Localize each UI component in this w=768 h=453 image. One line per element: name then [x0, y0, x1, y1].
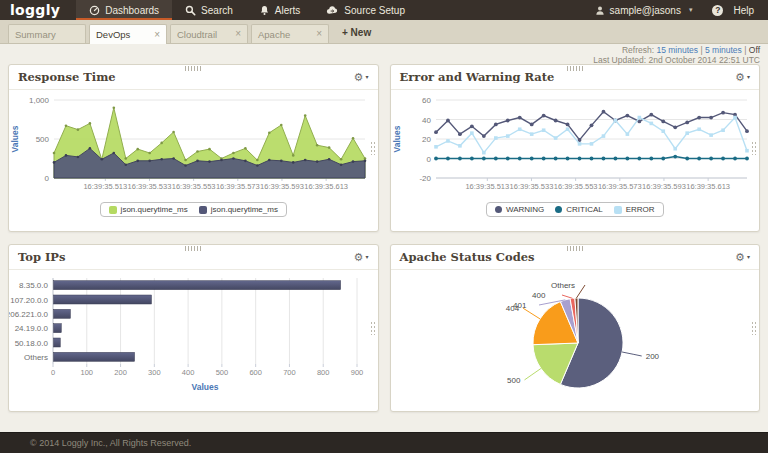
svg-text:-20: -20	[419, 174, 431, 183]
tab-summary[interactable]: Summary	[8, 24, 86, 43]
legend-item[interactable]: json.querytime_ms	[109, 205, 188, 214]
panel-title: Error and Warning Rate	[400, 70, 555, 84]
svg-text:500: 500	[36, 135, 50, 144]
svg-text:0: 0	[426, 155, 431, 164]
response-time-chart[interactable]: 05001,00016:39:35.51316:39:35.53316:39:3…	[9, 92, 378, 217]
svg-text:206.221.0.0: 206.221.0.0	[9, 310, 49, 319]
svg-text:900: 900	[351, 368, 364, 377]
refresh-5-link[interactable]: 5 minutes	[705, 45, 742, 55]
tab-cloudtrail[interactable]: Cloudtrail ×	[170, 24, 248, 43]
svg-text:600: 600	[249, 368, 262, 377]
svg-text:0: 0	[45, 174, 50, 183]
legend-swatch	[109, 206, 117, 214]
drag-handle-icon[interactable]	[185, 246, 201, 251]
bell-icon	[259, 5, 270, 16]
svg-text:16:39:35.533: 16:39:35.533	[128, 182, 172, 191]
svg-text:700: 700	[283, 368, 296, 377]
svg-text:401: 401	[513, 301, 527, 310]
legend-item[interactable]: CRITICAL	[555, 205, 602, 214]
chart-legend[interactable]: json.querytime_msjson.querytime_ms	[100, 202, 287, 217]
loggly-logo[interactable]: loggly	[0, 0, 76, 20]
tab-new-dashboard[interactable]: + New	[332, 24, 381, 43]
svg-text:16:39:35.573: 16:39:35.573	[597, 182, 641, 191]
svg-text:800: 800	[317, 368, 330, 377]
chevron-down-icon: ▾	[747, 74, 750, 80]
svg-text:50.18.0.0: 50.18.0.0	[15, 339, 49, 348]
chevron-down-icon: ▾	[365, 254, 368, 260]
gear-icon[interactable]: ⚙▾	[354, 72, 369, 83]
chart-legend[interactable]: WARNINGCRITICALERROR	[486, 202, 664, 217]
apache-status-codes-chart[interactable]: 200500404401400Others	[391, 272, 760, 406]
legend-swatch	[199, 206, 207, 214]
legend-item[interactable]: ERROR	[614, 205, 655, 214]
panel-title: Apache Status Codes	[400, 250, 535, 264]
panel-error-warning-rate: Error and Warning Rate ⚙▾ -20020406016:3…	[390, 64, 761, 232]
refresh-label: Refresh:	[622, 45, 654, 55]
svg-text:16:39:35.613: 16:39:35.613	[686, 182, 730, 191]
panel-title: Top IPs	[18, 250, 65, 264]
svg-text:Values: Values	[392, 125, 402, 152]
nav-item-alerts[interactable]: Alerts	[246, 0, 314, 20]
drag-handle-icon[interactable]	[185, 66, 201, 71]
top-nav: loggly Dashboards Search Alerts Source S…	[0, 0, 768, 20]
svg-text:0: 0	[51, 368, 55, 377]
nav-right: sample@jasons ▾ ? Help	[582, 0, 768, 20]
tab-apache[interactable]: Apache ×	[251, 24, 329, 43]
resize-grip-icon[interactable]	[370, 141, 376, 155]
nav-item-source-setup[interactable]: Source Setup	[313, 0, 418, 20]
panel-title: Response Time	[18, 70, 116, 84]
dashboard-grid: Response Time ⚙▾ 05001,00016:39:35.51316…	[8, 64, 760, 412]
svg-text:200: 200	[645, 352, 659, 361]
svg-text:400: 400	[532, 291, 546, 300]
svg-text:300: 300	[148, 368, 161, 377]
search-icon	[185, 5, 196, 16]
tab-devops[interactable]: DevOps ×	[89, 24, 167, 44]
nav-item-search[interactable]: Search	[172, 0, 246, 20]
top-ips-chart[interactable]: 01002003004005006007008009008.35.0.0107.…	[9, 272, 378, 394]
user-icon	[595, 5, 605, 16]
legend-item[interactable]: WARNING	[495, 205, 544, 214]
panel-response-time: Response Time ⚙▾ 05001,00016:39:35.51316…	[8, 64, 379, 232]
drag-handle-icon[interactable]	[567, 66, 583, 71]
close-icon[interactable]: ×	[316, 29, 322, 39]
nav-item-dashboards[interactable]: Dashboards	[76, 0, 172, 20]
svg-text:100: 100	[81, 368, 94, 377]
chevron-down-icon: ▾	[747, 254, 750, 260]
svg-text:107.20.0.0: 107.20.0.0	[10, 296, 48, 305]
refresh-off-link[interactable]: Off	[749, 45, 760, 55]
svg-text:16:39:35.553: 16:39:35.553	[553, 182, 597, 191]
nav-item-help[interactable]: ? Help	[702, 5, 768, 16]
svg-text:60: 60	[422, 96, 431, 105]
refresh-15-link[interactable]: 15 minutes	[656, 45, 698, 55]
gear-icon[interactable]: ⚙▾	[354, 252, 369, 263]
close-icon[interactable]: ×	[154, 30, 160, 40]
resize-grip-icon[interactable]	[751, 141, 757, 155]
panel-apache-status-codes: Apache Status Codes ⚙▾ 200500404401400Ot…	[390, 244, 761, 412]
help-icon: ?	[712, 5, 723, 16]
panel-top-ips: Top IPs ⚙▾ 01002003004005006007008009008…	[8, 244, 379, 412]
svg-text:16:39:35.573: 16:39:35.573	[216, 182, 260, 191]
svg-text:8.35.0.0: 8.35.0.0	[19, 281, 48, 290]
error-warning-rate-chart[interactable]: -20020406016:39:35.51316:39:35.53316:39:…	[391, 92, 760, 217]
svg-text:Values: Values	[192, 382, 219, 392]
chevron-down-icon: ▾	[689, 6, 693, 14]
svg-text:16:39:35.613: 16:39:35.613	[304, 182, 348, 191]
resize-grip-icon[interactable]	[751, 321, 757, 335]
gear-icon[interactable]: ⚙▾	[735, 72, 750, 83]
user-menu[interactable]: sample@jasons ▾	[582, 5, 703, 16]
resize-grip-icon[interactable]	[370, 321, 376, 335]
close-icon[interactable]: ×	[235, 29, 241, 39]
svg-text:1,000: 1,000	[29, 96, 50, 105]
svg-text:16:39:35.533: 16:39:35.533	[509, 182, 553, 191]
drag-handle-icon[interactable]	[567, 246, 583, 251]
svg-text:Others: Others	[551, 281, 575, 290]
legend-swatch	[555, 206, 562, 213]
gear-icon[interactable]: ⚙▾	[735, 252, 750, 263]
svg-text:16:39:35.593: 16:39:35.593	[260, 182, 304, 191]
svg-text:40: 40	[422, 116, 431, 125]
user-label: sample@jasons	[610, 5, 681, 16]
refresh-info: Refresh: 15 minutes | 5 minutes | Off La…	[593, 46, 760, 65]
svg-text:16:39:35.593: 16:39:35.593	[642, 182, 686, 191]
svg-text:Values: Values	[10, 125, 20, 152]
legend-item[interactable]: json.querytime_ms	[199, 205, 278, 214]
